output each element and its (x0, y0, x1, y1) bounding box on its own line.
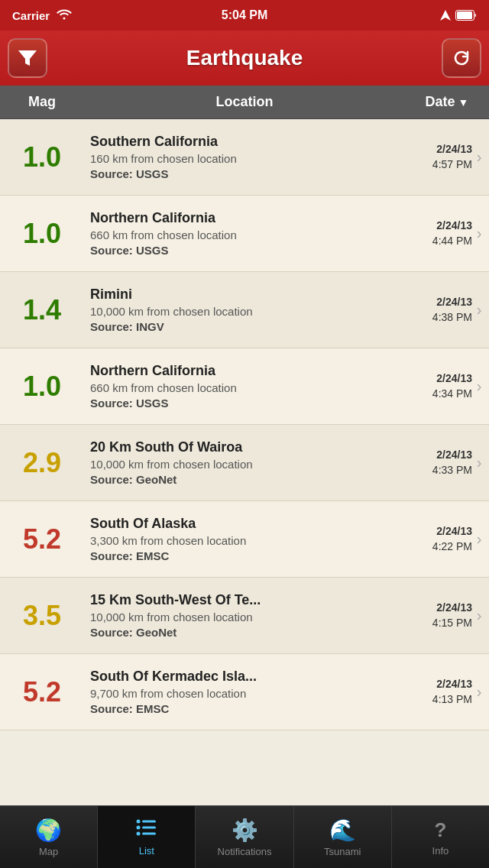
quake-date: 2/24/13 4:15 PM (400, 593, 472, 638)
status-time: 5:04 PM (222, 8, 267, 22)
table-row[interactable]: 1.0 Northern California 660 km from chos… (0, 348, 489, 425)
magnitude-value: 1.0 (0, 363, 84, 410)
col-header-mag: Mag (0, 94, 84, 110)
quake-source: Source: GeoNet (90, 626, 393, 639)
chevron-right-icon: › (472, 148, 489, 166)
quake-source: Source: GeoNet (90, 473, 393, 486)
earthquake-list: 1.0 Southern California 160 km from chos… (0, 119, 489, 805)
quake-distance: 660 km from chosen location (90, 228, 393, 241)
quake-distance: 3,300 km from chosen location (90, 534, 393, 547)
notifications-icon: ⚙️ (232, 818, 258, 843)
tab-tsunami-label: Tsunami (324, 846, 361, 857)
table-row[interactable]: 3.5 15 Km South-West Of Te... 10,000 km … (0, 578, 489, 654)
sort-arrow-icon: ▼ (458, 96, 469, 108)
battery-icon (455, 10, 477, 21)
filter-icon (17, 47, 38, 69)
status-left: Carrier (12, 8, 73, 23)
wifi-icon (56, 8, 73, 23)
quake-date: 2/24/13 4:44 PM (400, 211, 472, 256)
chevron-right-icon: › (472, 225, 489, 242)
quake-name: Southern California (90, 134, 393, 150)
quake-info: Rimini 10,000 km from chosen location So… (84, 279, 400, 341)
carrier-label: Carrier (12, 9, 50, 22)
table-row[interactable]: 1.0 Southern California 160 km from chos… (0, 119, 489, 196)
info-icon: ? (434, 818, 446, 842)
tab-notifications-label: Notifications (218, 846, 272, 857)
refresh-button[interactable] (442, 38, 481, 78)
quake-source: Source: USGS (90, 397, 393, 410)
chevron-right-icon: › (472, 530, 489, 548)
table-row[interactable]: 1.4 Rimini 10,000 km from chosen locatio… (0, 272, 489, 348)
magnitude-value: 5.2 (0, 516, 84, 563)
filter-button[interactable] (8, 38, 47, 78)
quake-date: 2/24/13 4:38 PM (400, 287, 472, 332)
quake-source: Source: EMSC (90, 549, 393, 562)
table-row[interactable]: 5.2 South Of Alaska 3,300 km from chosen… (0, 501, 489, 578)
tab-map[interactable]: 🌍 Map (0, 806, 98, 868)
chevron-right-icon: › (472, 301, 489, 319)
quake-source: Source: USGS (90, 244, 393, 257)
table-row[interactable]: 2.9 20 Km South Of Wairoa 10,000 km from… (0, 425, 489, 501)
chevron-right-icon: › (472, 454, 489, 471)
quake-date: 2/24/13 4:57 PM (400, 134, 472, 180)
quake-name: 20 Km South Of Wairoa (90, 439, 393, 455)
magnitude-value: 1.0 (0, 134, 84, 181)
quake-info: South Of Kermadec Isla... 9,700 km from … (84, 661, 400, 723)
quake-source: Source: INGV (90, 320, 393, 333)
tab-tsunami[interactable]: 🌊 Tsunami (294, 806, 392, 868)
quake-info: South Of Alaska 3,300 km from chosen loc… (84, 508, 400, 570)
quake-info: Northern California 660 km from chosen l… (84, 202, 400, 264)
svg-point-4 (136, 826, 140, 830)
tab-info[interactable]: ? Info (392, 806, 489, 868)
quake-name: Northern California (90, 210, 393, 226)
quake-source: Source: EMSC (90, 702, 393, 715)
chevron-right-icon: › (472, 377, 489, 395)
map-icon: 🌍 (35, 818, 62, 843)
quake-distance: 10,000 km from chosen location (90, 305, 393, 318)
refresh-icon (451, 47, 472, 69)
chevron-right-icon: › (472, 607, 489, 624)
table-header: Mag Location Date ▼ (0, 86, 489, 119)
quake-distance: 10,000 km from chosen location (90, 458, 393, 471)
app-header: Earthquake (0, 31, 489, 86)
status-bar: Carrier 5:04 PM (0, 0, 489, 31)
magnitude-value: 5.2 (0, 669, 84, 716)
magnitude-value: 1.0 (0, 210, 84, 257)
tab-list-label: List (139, 845, 154, 857)
svg-rect-7 (142, 833, 156, 835)
col-header-location: Location (84, 94, 405, 110)
quake-info: 20 Km South Of Wairoa 10,000 km from cho… (84, 432, 400, 494)
svg-point-6 (136, 832, 140, 836)
magnitude-value: 2.9 (0, 439, 84, 487)
quake-distance: 160 km from chosen location (90, 152, 393, 165)
quake-name: South Of Alaska (90, 516, 393, 532)
table-row[interactable]: 1.0 Northern California 660 km from chos… (0, 196, 489, 272)
quake-name: Rimini (90, 287, 393, 303)
table-row[interactable]: 5.2 South Of Kermadec Isla... 9,700 km f… (0, 654, 489, 730)
quake-distance: 660 km from chosen location (90, 381, 393, 394)
col-header-date: Date ▼ (405, 94, 489, 110)
tab-list[interactable]: List (98, 806, 196, 868)
quake-info: Northern California 660 km from chosen l… (84, 355, 400, 417)
app-title: Earthquake (186, 46, 303, 70)
chevron-right-icon: › (472, 683, 489, 701)
svg-point-2 (136, 820, 140, 824)
svg-rect-5 (142, 827, 156, 829)
quake-date: 2/24/13 4:13 PM (400, 669, 472, 714)
tab-notifications[interactable]: ⚙️ Notifications (196, 806, 293, 868)
quake-name: South Of Kermadec Isla... (90, 669, 393, 685)
status-right (440, 10, 477, 21)
quake-distance: 9,700 km from chosen location (90, 687, 393, 700)
magnitude-value: 3.5 (0, 592, 84, 640)
tab-info-label: Info (432, 845, 449, 857)
tab-map-label: Map (39, 846, 58, 857)
tab-bar: 🌍 Map List ⚙️ Notifications 🌊 Tsunami ? … (0, 805, 489, 868)
tsunami-icon: 🌊 (329, 818, 356, 843)
quake-date: 2/24/13 4:22 PM (400, 517, 472, 562)
quake-name: 15 Km South-West Of Te... (90, 592, 393, 608)
list-icon (136, 818, 157, 842)
quake-info: Southern California 160 km from chosen l… (84, 126, 400, 188)
location-icon (440, 10, 451, 21)
quake-name: Northern California (90, 363, 393, 379)
quake-date: 2/24/13 4:34 PM (400, 364, 472, 409)
